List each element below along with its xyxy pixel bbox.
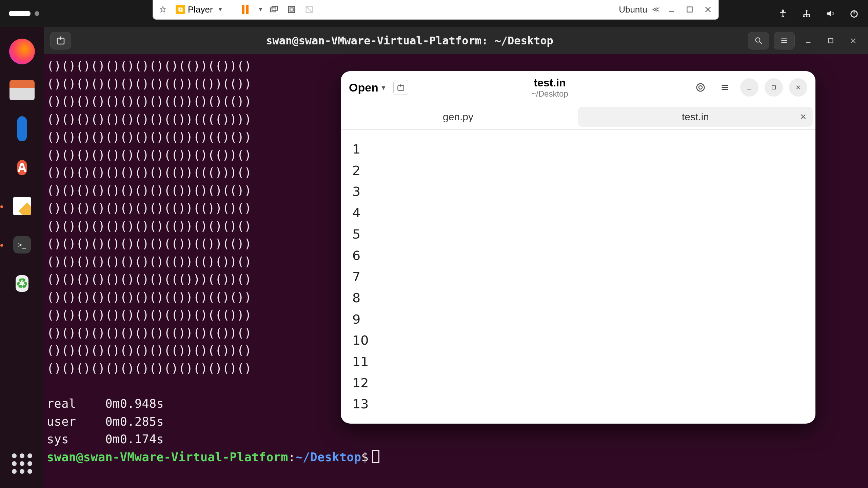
firefox-icon <box>9 39 35 64</box>
gedit-subtitle: ~/Desktop <box>414 89 685 99</box>
file-line: 3 <box>352 181 804 202</box>
system-tray <box>778 8 859 19</box>
svg-point-32 <box>697 84 705 92</box>
send-keys-button[interactable] <box>267 3 281 16</box>
close-button[interactable] <box>844 34 862 48</box>
dock-firefox[interactable] <box>8 37 36 66</box>
close-tab-icon[interactable]: ✕ <box>800 112 807 122</box>
file-line: 10 <box>352 330 804 351</box>
chevrons-left-icon[interactable]: ≪ <box>652 5 660 14</box>
svg-line-12 <box>306 6 313 13</box>
player-logo-icon: ⧉ <box>176 5 185 14</box>
time-user-value: 0m0.285s <box>105 415 164 428</box>
separator <box>232 3 232 16</box>
accessibility-icon[interactable] <box>778 8 788 19</box>
prompt-path: ~/Desktop <box>295 450 361 464</box>
prompt-user-host: swan@swan-VMware-Virtual-Platform <box>47 450 288 464</box>
pin-icon[interactable] <box>157 3 169 16</box>
prompt-dollar: $ <box>361 450 369 464</box>
terminal-title: swan@swan-VMware-Virtual-Platform: ~/Des… <box>77 34 743 47</box>
dock-terminal[interactable]: >_ <box>8 230 36 259</box>
gedit-tabbar: gen.py test.in ✕ <box>341 104 815 130</box>
dock-text-editor[interactable] <box>8 192 36 220</box>
volume-icon[interactable] <box>825 8 835 19</box>
gedit-title-area: test.in ~/Desktop <box>414 77 685 99</box>
tab-label: test.in <box>682 111 709 123</box>
chevron-down-icon: ▼ <box>218 6 223 13</box>
file-line: 1 <box>352 139 804 160</box>
hamburger-menu[interactable] <box>774 32 795 49</box>
svg-point-33 <box>699 86 702 89</box>
file-line: 13 <box>352 393 804 415</box>
svg-rect-38 <box>772 86 775 89</box>
activities-button[interactable] <box>9 11 39 16</box>
new-tab-button[interactable] <box>50 32 71 49</box>
network-icon[interactable] <box>802 8 812 19</box>
vmware-toolbar: ⧉ Player ▼ ▼ Ubuntu ≪ <box>153 0 719 20</box>
gedit-title: test.in <box>414 77 685 89</box>
dock-files[interactable] <box>8 76 36 104</box>
chevron-down-icon[interactable]: ▼ <box>258 6 263 13</box>
ubuntu-dock: A >_ ♻ <box>0 27 44 488</box>
svg-rect-4 <box>809 16 810 17</box>
svg-rect-26 <box>829 38 833 43</box>
terminal-icon: >_ <box>13 236 31 253</box>
minimize-vm-button[interactable] <box>665 3 678 16</box>
hamburger-menu[interactable] <box>716 78 734 97</box>
fullscreen-button[interactable] <box>285 3 298 16</box>
player-menu[interactable]: ⧉ Player ▼ <box>173 3 226 16</box>
cursor-icon <box>372 450 379 463</box>
trash-icon: ♻ <box>16 275 28 292</box>
maximize-button[interactable] <box>822 34 840 48</box>
time-sys-value: 0m0.174s <box>105 432 164 446</box>
file-line: 12 <box>352 372 804 394</box>
svg-rect-7 <box>271 8 276 12</box>
svg-rect-10 <box>290 8 293 11</box>
maximize-button[interactable] <box>765 78 783 97</box>
file-line: 11 <box>352 351 804 372</box>
gedit-window: Open ▾ test.in ~/Desktop gen.py <box>341 71 815 424</box>
dock-writer[interactable] <box>8 115 36 143</box>
svg-point-0 <box>782 10 784 12</box>
power-icon[interactable] <box>849 8 859 19</box>
tab-gen-py[interactable]: gen.py <box>341 104 575 129</box>
new-tab-button[interactable] <box>393 80 408 95</box>
restore-vm-button[interactable] <box>683 3 696 16</box>
activities-pill-icon <box>9 11 31 16</box>
tab-test-in[interactable]: test.in ✕ <box>578 107 813 127</box>
minimize-button[interactable] <box>800 34 817 48</box>
open-button[interactable]: Open ▾ <box>349 81 385 94</box>
unity-button[interactable] <box>302 3 316 16</box>
writer-icon <box>17 116 27 141</box>
file-line: 9 <box>352 309 804 330</box>
app-grid-icon <box>12 453 32 474</box>
dock-show-apps[interactable] <box>8 449 36 478</box>
time-real-value: 0m0.948s <box>105 397 164 410</box>
guest-os-label: Ubuntu <box>619 4 647 15</box>
svg-rect-1 <box>806 10 808 12</box>
gedit-headerbar: Open ▾ test.in ~/Desktop <box>341 71 815 104</box>
gedit-text-area[interactable]: 12345678910111213 <box>341 130 815 424</box>
player-label: Player <box>188 4 213 15</box>
svg-point-20 <box>755 38 760 42</box>
file-line: 8 <box>352 287 804 309</box>
chevron-down-icon: ▾ <box>382 83 385 92</box>
close-vm-button[interactable] <box>701 3 715 16</box>
dock-software[interactable]: A <box>8 153 36 182</box>
search-button[interactable] <box>748 32 769 49</box>
open-label: Open <box>349 81 378 94</box>
minimize-button[interactable] <box>740 78 758 97</box>
svg-line-21 <box>760 42 762 44</box>
tab-label: gen.py <box>443 111 473 123</box>
pause-vm-button[interactable] <box>238 3 252 16</box>
save-button[interactable] <box>691 78 710 97</box>
gedit-icon <box>13 197 31 215</box>
terminal-titlebar: swan@swan-VMware-Virtual-Platform: ~/Des… <box>44 27 868 54</box>
file-line: 7 <box>352 266 804 287</box>
dock-trash[interactable]: ♻ <box>8 269 36 298</box>
svg-rect-2 <box>803 16 805 17</box>
close-button[interactable] <box>789 78 807 97</box>
file-line: 6 <box>352 245 804 266</box>
software-icon: A <box>17 160 27 175</box>
file-line: 2 <box>352 160 804 181</box>
